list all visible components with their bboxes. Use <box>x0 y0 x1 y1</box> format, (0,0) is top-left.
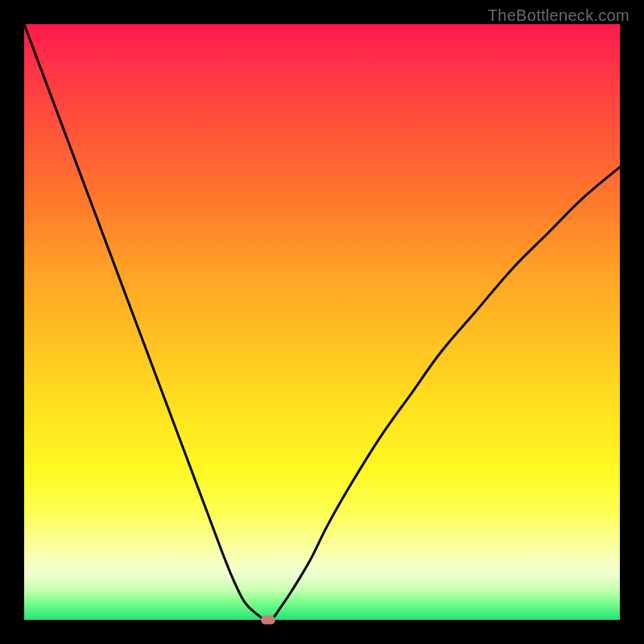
watermark-text: TheBottleneck.com <box>488 6 630 25</box>
minimum-marker <box>261 616 275 625</box>
curve-svg <box>24 24 620 620</box>
bottleneck-curve <box>24 24 620 620</box>
chart-frame: TheBottleneck.com <box>0 0 644 644</box>
plot-area <box>24 24 620 620</box>
